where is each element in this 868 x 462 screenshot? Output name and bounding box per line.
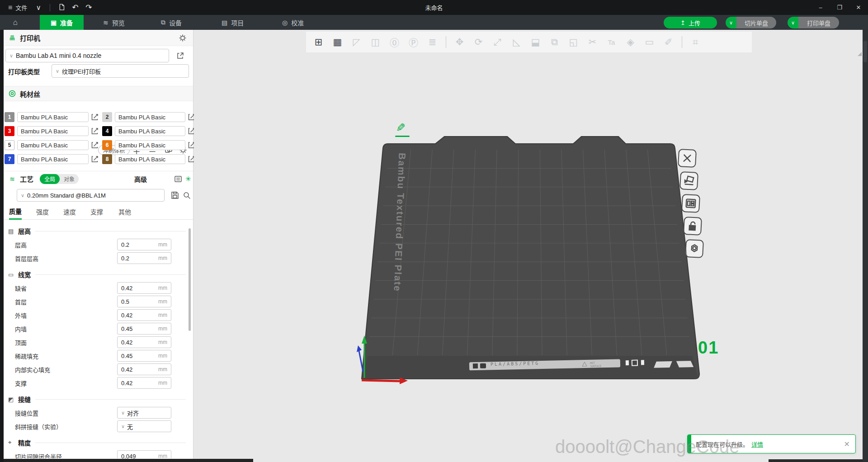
process-preset-select[interactable]: ∨ 0.20mm Standard @BBL A1M xyxy=(17,189,165,202)
filament-color-swatch[interactable]: 8 xyxy=(102,154,112,164)
add-plate-icon[interactable]: ▦ xyxy=(330,35,345,50)
edit-filament-icon[interactable] xyxy=(91,141,99,149)
edit-filament-icon[interactable] xyxy=(91,127,99,135)
param-input[interactable]: 0.5mm xyxy=(117,296,171,307)
copy-icon: ⓪ xyxy=(387,35,402,50)
plate-settings-button[interactable] xyxy=(685,239,704,258)
slice-plate-button[interactable]: 切片单盘 xyxy=(736,17,776,28)
filament-name-field[interactable]: Bambu PLA Basic xyxy=(115,140,185,150)
param-input[interactable]: 0.2mm xyxy=(117,252,171,264)
tab-speed[interactable]: 速度 xyxy=(63,203,76,220)
arrange-icon: ◫ xyxy=(368,35,383,50)
tab-support[interactable]: 支撑 xyxy=(90,203,103,220)
global-object-segmented[interactable]: 全局 对象 xyxy=(40,174,79,184)
param-row: 内墙0.45mm xyxy=(4,322,193,335)
tab-others[interactable]: 其他 xyxy=(118,203,131,220)
printer-export-icon[interactable] xyxy=(176,52,184,60)
print-plate-button[interactable]: 打印单盘 xyxy=(798,17,839,28)
param-input[interactable]: 0.42mm xyxy=(117,309,171,321)
process-list-icon[interactable] xyxy=(174,175,182,183)
toast-details-link[interactable]: 详情 xyxy=(751,440,763,448)
segment-global[interactable]: 全局 xyxy=(40,174,60,184)
color-paint-icon: ◈ xyxy=(623,35,638,50)
viewport-3d[interactable] xyxy=(194,30,863,462)
filament-name-field[interactable]: Bambu PLA Basic xyxy=(115,112,185,122)
minimize-button[interactable]: – xyxy=(811,0,830,15)
tab-device[interactable]: ⧉设备 xyxy=(161,15,182,30)
filament-color-swatch[interactable]: 7 xyxy=(5,154,14,164)
param-input[interactable]: 0.42mm xyxy=(117,377,171,389)
param-input[interactable]: 0.45mm xyxy=(117,323,171,335)
filament-name-field[interactable]: Bambu PLA Basic xyxy=(17,126,89,136)
tab-strength[interactable]: 强度 xyxy=(36,203,49,220)
filament-color-swatch[interactable]: 2 xyxy=(102,112,112,122)
save-icon[interactable] xyxy=(55,4,68,12)
lock-plate-button[interactable] xyxy=(683,217,702,236)
filament-color-swatch[interactable]: 1 xyxy=(5,112,14,122)
slice-dropdown-chevron[interactable]: ∨ xyxy=(726,17,736,28)
edit-plate-name-icon[interactable]: ✎ xyxy=(396,121,406,134)
param-input[interactable]: 0.049mm xyxy=(117,450,171,458)
plate-hot-surface-warning: HOT SURFACE xyxy=(590,361,602,368)
toast-close-icon[interactable]: ✕ xyxy=(844,440,850,448)
param-input[interactable]: 0.45mm xyxy=(117,350,171,362)
chevron-down-icon: ∨ xyxy=(56,68,59,74)
filament-name-field[interactable]: Bambu PLA Basic xyxy=(17,112,89,122)
auto-arrange-plate-button[interactable] xyxy=(679,171,698,190)
filament-color-swatch[interactable]: 3 xyxy=(5,126,14,136)
chevron-down-icon: ∨ xyxy=(9,53,13,59)
segment-object[interactable]: 对象 xyxy=(60,175,79,183)
tab-project[interactable]: ▤项目 xyxy=(222,15,244,30)
layout-icon xyxy=(684,197,697,210)
save-preset-icon[interactable] xyxy=(171,191,179,199)
undo-icon[interactable]: ↶ xyxy=(68,3,82,12)
sidebar-scrollbar[interactable] xyxy=(189,228,191,331)
filament-color-swatch[interactable]: 5 xyxy=(5,140,14,150)
edit-filament-icon[interactable] xyxy=(91,155,99,163)
param-input[interactable]: 0.42mm xyxy=(117,282,171,294)
printer-select[interactable]: ∨ Bambu Lab A1 mini 0.4 nozzle xyxy=(5,49,169,62)
filament-name-field[interactable]: Bambu PLA Basic xyxy=(17,140,89,150)
home-button[interactable]: ⌂ xyxy=(6,15,24,30)
home-icon: ⌂ xyxy=(13,18,18,27)
process-params-icon[interactable]: ✳ xyxy=(185,175,191,183)
search-preset-icon[interactable] xyxy=(183,191,191,199)
panel-collapse-arrow-icon[interactable] xyxy=(858,52,862,56)
redo-icon[interactable]: ↷ xyxy=(82,3,95,12)
filament-name-field[interactable]: Bambu PLA Basic xyxy=(17,154,89,164)
scale-icon: ⤢ xyxy=(490,35,505,50)
assembly-view-icon: ⌗ xyxy=(688,35,703,50)
param-row: 首层层高0.2mm xyxy=(4,251,193,265)
delete-plate-button[interactable] xyxy=(678,149,697,168)
param-select[interactable]: ∨对齐 xyxy=(117,407,171,419)
tab-calibration[interactable]: ◎校准 xyxy=(282,15,304,30)
close-button[interactable]: ✕ xyxy=(849,0,868,15)
right-panel-strip[interactable] xyxy=(863,30,868,462)
tab-prepare[interactable]: ▣准备 xyxy=(40,15,84,30)
filament-color-swatch[interactable]: 6 xyxy=(102,140,112,150)
filament-color-swatch[interactable]: 4 xyxy=(102,126,112,136)
right-panel-thumb[interactable] xyxy=(863,41,867,62)
plate-type-select[interactable]: ∨ 纹理PEI打印板 xyxy=(52,64,189,78)
tab-quality[interactable]: 质量 xyxy=(9,203,22,220)
param-row: 首层0.5mm xyxy=(4,295,193,308)
auto-arrange-icon xyxy=(682,174,695,187)
file-menu-chevron-icon[interactable]: ∨ xyxy=(32,4,45,12)
edit-filament-icon[interactable] xyxy=(91,113,99,121)
param-select[interactable]: ∨无 xyxy=(117,420,171,432)
add-model-icon[interactable]: ⊞ xyxy=(311,35,326,50)
maximize-button[interactable]: ❐ xyxy=(830,0,849,15)
param-input[interactable]: 0.2mm xyxy=(117,239,171,250)
param-input[interactable]: 0.42mm xyxy=(117,363,171,375)
tab-preview[interactable]: ≋预览 xyxy=(103,15,125,30)
printer-settings-gear-icon[interactable] xyxy=(179,34,187,42)
filament-name-field[interactable]: Bambu PLA Basic xyxy=(115,126,185,136)
filament-name-field[interactable]: Bambu PLA Basic xyxy=(115,154,185,164)
process-layers-icon: ≋ xyxy=(8,175,16,183)
print-dropdown-chevron[interactable]: ∨ xyxy=(788,17,798,28)
param-input[interactable]: 0.42mm xyxy=(117,336,171,348)
param-row: 缺省0.42mm xyxy=(4,281,193,295)
file-menu-button[interactable]: ≡ 文件 xyxy=(0,0,32,15)
plate-layout-button[interactable] xyxy=(681,194,700,213)
upload-button[interactable]: ↥上传 xyxy=(664,17,717,28)
